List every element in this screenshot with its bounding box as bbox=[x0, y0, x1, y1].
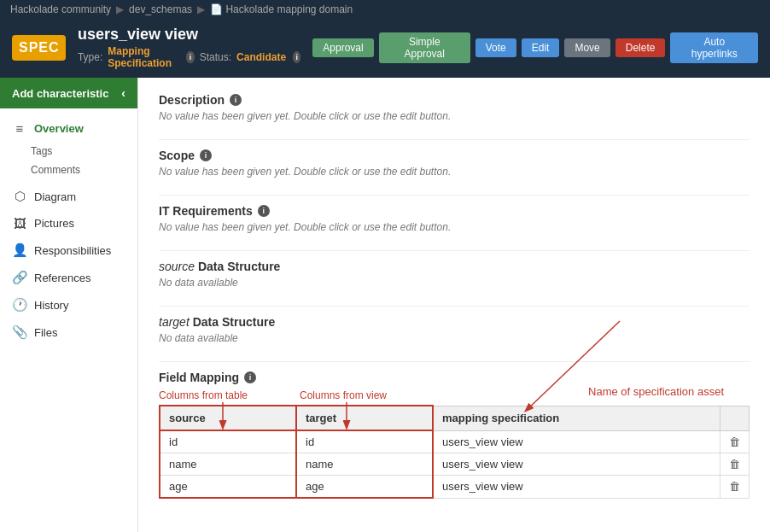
table-row: age age users_view view 🗑 bbox=[160, 476, 750, 499]
source-data-structure-title: source Data Structure bbox=[159, 260, 750, 273]
col-label-source: Columns from table bbox=[159, 389, 300, 401]
header-meta: Type: Mapping Specification i Status: Ca… bbox=[78, 45, 300, 69]
responsibilities-icon: 👤 bbox=[12, 243, 27, 258]
sidebar-item-files[interactable]: 📎 Files bbox=[0, 319, 137, 346]
table-row: id id users_view view 🗑 bbox=[160, 430, 750, 453]
auto-hyperlinks-button[interactable]: Auto hyperlinks bbox=[670, 32, 758, 63]
sidebar: Add characteristic ‹ ≡ Overview Tags Com… bbox=[0, 78, 138, 532]
source-cell: id bbox=[160, 430, 296, 453]
col-header-source: source bbox=[160, 406, 296, 430]
references-icon: 🔗 bbox=[12, 270, 27, 285]
main-content: Description i No value has been given ye… bbox=[138, 78, 770, 532]
delete-cell[interactable]: 🗑 bbox=[720, 453, 750, 476]
scope-title: Scope i bbox=[159, 149, 750, 162]
approval-button[interactable]: Approval bbox=[312, 38, 373, 57]
description-title: Description i bbox=[159, 93, 750, 107]
sidebar-item-responsibilities[interactable]: 👤 Responsibilities bbox=[0, 237, 137, 264]
simple-approval-button[interactable]: Simple Approval bbox=[379, 32, 470, 63]
pictures-icon: 🖼 bbox=[12, 216, 27, 231]
scope-info-icon[interactable]: i bbox=[200, 149, 212, 161]
source-data-structure-section: source Data Structure No data available bbox=[159, 260, 750, 289]
source-cell: name bbox=[160, 453, 296, 476]
breadcrumb-community[interactable]: Hackolade community bbox=[10, 3, 111, 15]
source-data-structure-empty: No data available bbox=[159, 277, 750, 289]
sidebar-section-overview: ≡ Overview Tags Comments bbox=[0, 115, 137, 179]
breadcrumb-schema[interactable]: dev_schemas bbox=[129, 3, 192, 15]
target-cell: id bbox=[296, 430, 433, 453]
field-mapping-title: Field Mapping i bbox=[159, 371, 750, 384]
history-icon: 🕐 bbox=[12, 297, 27, 313]
it-requirements-empty: No value has been given yet. Double clic… bbox=[159, 221, 750, 233]
source-cell: age bbox=[160, 476, 296, 499]
delete-cell[interactable]: 🗑 bbox=[720, 430, 750, 453]
field-mapping-section: Field Mapping i Columns from table Colum… bbox=[159, 371, 750, 499]
mapping-table: source target mapping specification id i… bbox=[159, 405, 750, 499]
sidebar-sub-overview: Tags Comments bbox=[0, 142, 137, 179]
header-info: users_view view Type: Mapping Specificat… bbox=[78, 26, 300, 69]
col-header-target: target bbox=[296, 406, 433, 430]
sidebar-item-comments[interactable]: Comments bbox=[31, 161, 137, 179]
sidebar-item-tags[interactable]: Tags bbox=[31, 142, 137, 161]
target-data-structure-title: target Data Structure bbox=[159, 315, 750, 329]
status-info-icon[interactable]: i bbox=[293, 51, 300, 63]
column-labels: Columns from table Columns from view bbox=[159, 389, 750, 401]
sidebar-item-pictures[interactable]: 🖼 Pictures bbox=[0, 210, 137, 237]
move-button[interactable]: Move bbox=[564, 38, 610, 57]
breadcrumb: Hackolade community ▶ dev_schemas ▶ 📄 Ha… bbox=[0, 0, 770, 19]
collapse-icon: ‹ bbox=[121, 86, 125, 100]
target-data-structure-section: target Data Structure No data available bbox=[159, 315, 750, 344]
page-title: users_view view bbox=[78, 26, 300, 44]
scope-section: Scope i No value has been given yet. Dou… bbox=[159, 149, 750, 178]
it-requirements-info-icon[interactable]: i bbox=[258, 205, 270, 217]
breadcrumb-domain: 📄 Hackolade mapping domain bbox=[210, 3, 353, 15]
description-info-icon[interactable]: i bbox=[230, 94, 242, 106]
it-requirements-title: IT Requirements i bbox=[159, 204, 750, 218]
table-row: name name users_view view 🗑 bbox=[160, 453, 750, 476]
mapping-spec-cell: users_view view bbox=[433, 453, 720, 476]
spec-logo: SPEC bbox=[12, 35, 66, 61]
scope-empty: No value has been given yet. Double clic… bbox=[159, 166, 750, 178]
sidebar-item-references[interactable]: 🔗 References bbox=[0, 264, 137, 291]
sidebar-item-overview[interactable]: ≡ Overview bbox=[0, 115, 137, 142]
main-layout: Add characteristic ‹ ≡ Overview Tags Com… bbox=[0, 78, 770, 532]
it-requirements-section: IT Requirements i No value has been give… bbox=[159, 204, 750, 233]
edit-button[interactable]: Edit bbox=[522, 38, 560, 57]
delete-button[interactable]: Delete bbox=[615, 38, 666, 57]
target-cell: age bbox=[296, 476, 433, 499]
col-header-mapping-spec: mapping specification bbox=[433, 406, 720, 430]
diagram-icon: ⬡ bbox=[12, 189, 27, 204]
description-section: Description i No value has been given ye… bbox=[159, 93, 750, 122]
add-characteristic-button[interactable]: Add characteristic ‹ bbox=[0, 78, 137, 108]
target-data-structure-empty: No data available bbox=[159, 332, 750, 344]
mapping-spec-cell: users_view view bbox=[433, 476, 720, 499]
files-icon: 📎 bbox=[12, 324, 27, 340]
field-mapping-info-icon[interactable]: i bbox=[244, 371, 256, 383]
vote-button[interactable]: Vote bbox=[475, 38, 516, 57]
target-cell: name bbox=[296, 453, 433, 476]
sidebar-item-history[interactable]: 🕐 History bbox=[0, 291, 137, 319]
sidebar-nav: ≡ Overview Tags Comments ⬡ Diagram 🖼 bbox=[0, 108, 137, 353]
sidebar-item-diagram[interactable]: ⬡ Diagram bbox=[0, 183, 137, 210]
description-empty: No value has been given yet. Double clic… bbox=[159, 110, 750, 122]
delete-cell[interactable]: 🗑 bbox=[720, 476, 750, 499]
header: SPEC users_view view Type: Mapping Speci… bbox=[0, 19, 770, 78]
col-label-target: Columns from view bbox=[300, 389, 440, 401]
header-actions: Approval Simple Approval Vote Edit Move … bbox=[312, 32, 758, 63]
type-info-icon[interactable]: i bbox=[186, 51, 194, 63]
mapping-spec-cell: users_view view bbox=[433, 430, 720, 453]
overview-icon: ≡ bbox=[12, 121, 27, 136]
col-header-actions bbox=[720, 406, 750, 430]
